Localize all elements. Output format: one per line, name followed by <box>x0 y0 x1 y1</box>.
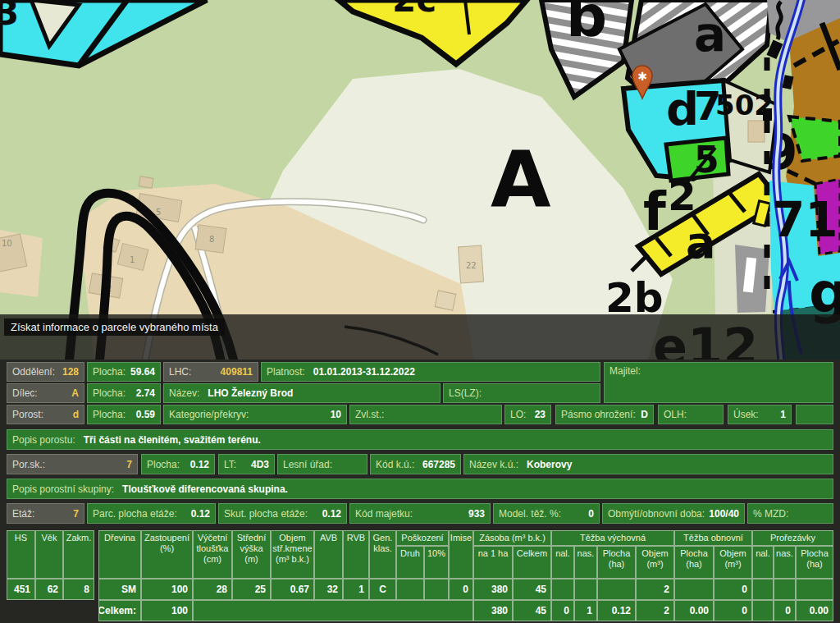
data-cell-18: 0 <box>714 579 752 600</box>
field-lo: LO:23 <box>504 405 551 424</box>
field-popis-porostu: Popis porostu:Tři části na členitém, sva… <box>7 429 833 450</box>
col-header-celkem: Celkem <box>513 546 551 579</box>
total-cell-17: 0.00 <box>674 600 714 621</box>
col-header-avb: AVB <box>314 530 343 579</box>
field-majitel: Majitel: <box>604 362 833 403</box>
total-cell-18: 0 <box>714 600 752 621</box>
data-cell-3: 25 <box>232 579 271 600</box>
col-header-plocha-ha: Plocha(ha) <box>796 546 833 579</box>
svg-text:2c: 2c <box>392 0 436 20</box>
total-cell-11: 380 <box>473 600 513 621</box>
data-cell-6: 1 <box>343 579 369 600</box>
svg-text:a: a <box>686 217 715 268</box>
cell-zakm: 8 <box>63 579 94 600</box>
svg-text:A: A <box>491 135 551 225</box>
field-ls-lz: LS(LZ): <box>443 383 600 403</box>
col-header-nal: nal. <box>551 546 574 579</box>
svg-text:8: 8 <box>209 235 214 244</box>
field-kategorie-překryv: Kategorie/překryv:10 <box>163 405 347 424</box>
data-cell-11: 380 <box>473 579 513 600</box>
total-cell-19 <box>752 600 774 621</box>
col-header-zakm: Zakm. <box>63 530 94 579</box>
svg-text:5: 5 <box>694 139 719 181</box>
group-header-těžba-obnovní: Těžba obnovní <box>674 530 752 546</box>
data-cell-13 <box>551 579 574 600</box>
data-cell-20 <box>774 579 796 600</box>
svg-text:3: 3 <box>0 0 19 33</box>
cell-věk: 62 <box>35 579 63 600</box>
field-oddělení: Oddělení:128 <box>7 362 84 382</box>
field-pásmo-ohrožení: Pásmo ohrožení:D <box>555 405 654 424</box>
col-header-druh: Druh <box>396 546 424 579</box>
svg-text:22: 22 <box>466 261 477 270</box>
field-popis-porostní-skupiny: Popis porostní skupiny:Tloušťkově difere… <box>7 479 833 499</box>
data-cell-10: 0 <box>449 579 473 600</box>
field-dílec: Dílec:A <box>7 383 84 403</box>
total-cell-15: 0.12 <box>597 600 636 621</box>
map-canvas[interactable]: 10 5 8 1 2 22 3 2c b a <box>0 0 840 360</box>
total-zastoupeni: 100 <box>141 600 193 621</box>
col-header-výčetní-tloušťka-cm: Výčetnítloušťka(cm) <box>193 530 232 579</box>
data-cell-12: 45 <box>513 579 551 600</box>
field-lesní-úřad: Lesní úřad: <box>277 454 368 474</box>
cell-hs: 451 <box>7 579 35 600</box>
info-panel: ✚ © Seznam.cz, a.s., 202 Oddělení:128Plo… <box>0 360 840 623</box>
col-header-gen-klas: Gen.klas. <box>369 530 396 579</box>
total-merged-empty <box>193 600 473 621</box>
data-cell-4: 0.67 <box>271 579 314 600</box>
data-cell-8 <box>396 579 424 600</box>
col-header-objem-stř-kmene-m-b-k: Objemstř.kmene(m³ b.k.) <box>271 530 314 579</box>
data-cell-5: 32 <box>314 579 343 600</box>
field-lhc: LHC:409811 <box>163 362 258 382</box>
data-cell-21 <box>796 579 833 600</box>
field-parc-plocha-etáže: Parc. plocha etáže:0.12 <box>87 503 216 524</box>
col-header-na-1-ha: na 1 ha <box>473 546 513 579</box>
total-cell-14: 1 <box>574 600 597 621</box>
data-cell-1: 100 <box>141 579 193 600</box>
field-zvl-st: Zvl.st.: <box>349 405 502 424</box>
svg-text:✱: ✱ <box>637 70 647 83</box>
total-cell-21: 0.00 <box>796 600 833 621</box>
data-cell-14 <box>574 579 597 600</box>
map-viewport[interactable]: 10 5 8 1 2 22 3 2c b a <box>0 0 840 360</box>
black-blob-3 <box>763 108 772 121</box>
field-plocha: Plocha:2.74 <box>87 383 161 403</box>
col-header-objem-m: Objem(m³) <box>636 546 674 579</box>
data-cell-15 <box>597 579 636 600</box>
data-cell-0: SM <box>98 579 141 600</box>
field-model-těž: Model. těž. %:0 <box>493 503 600 524</box>
data-cell-2: 28 <box>193 579 232 600</box>
data-cell-19 <box>752 579 774 600</box>
field-plocha: Plocha:59.64 <box>87 362 161 382</box>
col-header-imise: Imise <box>449 530 473 579</box>
total-cell-20: 0 <box>774 600 796 621</box>
group-header-prořezávky: Prořezávky <box>752 530 833 546</box>
map-tooltip: Získat informace o parcele vybraného mís… <box>4 318 225 336</box>
col-header-dřevina: Dřevina <box>98 530 141 579</box>
data-cell-17 <box>674 579 714 600</box>
field-úsek: Úsek:1 <box>728 405 792 424</box>
col-header-věk: Věk <box>35 530 63 579</box>
col-header-nas: nas. <box>574 546 597 579</box>
field-název: Název:LHO Železný Brod <box>163 383 441 403</box>
col-header-nas: nas. <box>774 546 796 579</box>
field-etáž: Etáž:7 <box>7 503 84 524</box>
col-header-rvb: RVB <box>343 530 369 579</box>
group-header-poškození: Poškození <box>396 530 449 546</box>
total-cell-16: 2 <box>636 600 674 621</box>
field-plocha: Plocha:0.12 <box>141 454 215 474</box>
col-header-objem-m: Objem(m³) <box>714 546 752 579</box>
field-cell <box>796 405 833 424</box>
svg-text:5: 5 <box>156 208 161 217</box>
total-cell-12: 45 <box>513 600 551 621</box>
field-porost: Porost:d <box>7 405 84 424</box>
col-header-plocha-ha: Plocha(ha) <box>674 546 714 579</box>
data-cell-7: C <box>369 579 396 600</box>
field-skut-plocha-etáže: Skut. plocha etáže:0.12 <box>218 503 347 524</box>
field-název-k-ú: Název k.ú.:Koberovy <box>463 454 833 474</box>
field-por-sk: Por.sk.:7 <box>7 454 138 474</box>
svg-text:713: 713 <box>772 192 840 248</box>
field-mzd: % MZD: <box>747 503 833 524</box>
data-cell-9 <box>424 579 449 600</box>
total-cell-13: 0 <box>551 600 574 621</box>
